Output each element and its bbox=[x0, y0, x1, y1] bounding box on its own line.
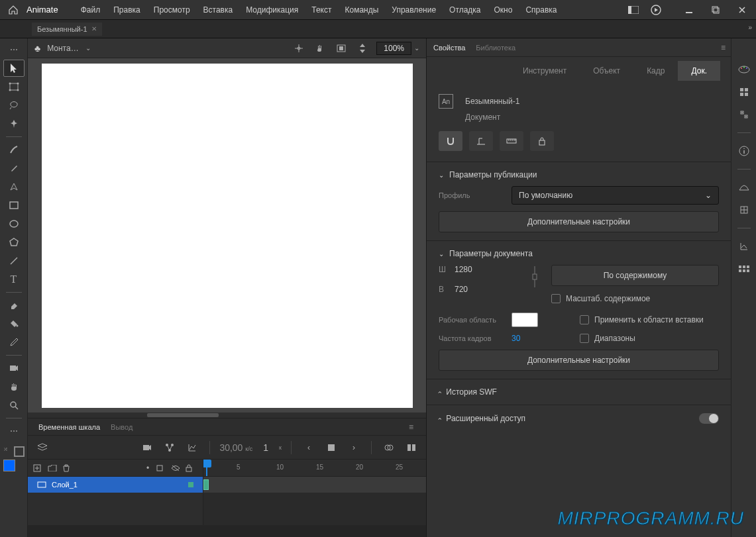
playhead[interactable] bbox=[205, 460, 209, 477]
stroke-color-chip[interactable] bbox=[14, 446, 25, 457]
ruler-toggle-button[interactable] bbox=[500, 131, 523, 151]
scale-content-checkbox[interactable]: Масштаб. содержимое bbox=[551, 294, 719, 303]
menu-control[interactable]: Управление bbox=[385, 0, 443, 20]
swap-colors-icon[interactable]: ⤭ bbox=[3, 446, 8, 452]
rotate-view-icon[interactable] bbox=[313, 41, 327, 56]
section-doc-header[interactable]: ⌄ Параметры документа bbox=[439, 249, 719, 258]
menu-text[interactable]: Текст bbox=[305, 0, 338, 20]
hand-tool[interactable] bbox=[3, 378, 25, 395]
new-folder-icon[interactable] bbox=[48, 465, 60, 471]
timeline-menu-icon[interactable]: ≡ bbox=[409, 422, 421, 432]
ellipse-tool[interactable] bbox=[3, 215, 25, 232]
zoom-stepper-icon[interactable] bbox=[355, 41, 370, 56]
scene-dropdown-chevron[interactable]: ⌄ bbox=[85, 44, 91, 52]
layer-row[interactable]: Слой_1 bbox=[28, 477, 203, 493]
text-tool[interactable]: T bbox=[3, 271, 25, 288]
timeline-fps[interactable]: 30,00 к/с bbox=[219, 442, 252, 453]
section-ext-header[interactable]: › Расширенный доступ bbox=[439, 413, 719, 424]
tab-properties[interactable]: Свойства bbox=[433, 44, 465, 52]
scene-dropdown-label[interactable]: Монта… bbox=[47, 44, 78, 53]
menu-edit[interactable]: Правка bbox=[107, 0, 147, 20]
edit-scene-button[interactable] bbox=[469, 131, 493, 151]
timeline-current-frame[interactable]: 1 bbox=[259, 442, 272, 453]
zoom-dropdown-chevron[interactable]: ⌄ bbox=[414, 44, 419, 52]
workspace-switcher-icon[interactable] bbox=[625, 1, 642, 19]
framerate-value[interactable]: 30 bbox=[512, 334, 520, 343]
brush-tool[interactable] bbox=[3, 141, 25, 158]
lock-toggle-button[interactable] bbox=[530, 131, 554, 151]
transform-panel-icon[interactable] bbox=[737, 203, 751, 217]
section-swf-header[interactable]: › История SWF bbox=[439, 387, 719, 397]
subtab-object[interactable]: Объект bbox=[580, 61, 633, 81]
home-button[interactable] bbox=[5, 2, 21, 18]
tool-options-icon[interactable]: ⋯ bbox=[3, 422, 25, 440]
align-panel-icon[interactable] bbox=[737, 107, 751, 122]
document-tab[interactable]: Безымянный-1 ✕ bbox=[32, 23, 102, 36]
onion-skin-icon[interactable] bbox=[381, 440, 397, 456]
section-publish-header[interactable]: ⌄ Параметры публикации bbox=[439, 170, 719, 179]
lasso-tool[interactable] bbox=[3, 97, 25, 114]
center-stage-icon[interactable] bbox=[292, 41, 306, 56]
window-close[interactable] bbox=[733, 1, 751, 19]
menu-view[interactable]: Просмотр bbox=[147, 0, 197, 20]
eyedropper-tool[interactable] bbox=[3, 334, 25, 351]
menu-window[interactable]: Окно bbox=[488, 0, 519, 20]
extended-access-toggle[interactable] bbox=[699, 413, 719, 424]
history-panel-icon[interactable] bbox=[737, 239, 751, 254]
timeline-frames-row[interactable] bbox=[203, 477, 426, 493]
layer-visibility-icon[interactable] bbox=[171, 465, 183, 471]
profile-dropdown[interactable]: По умолчанию ⌄ bbox=[512, 186, 719, 205]
tab-timeline[interactable]: Временная шкала bbox=[33, 423, 105, 431]
camera-layer-icon[interactable] bbox=[139, 440, 155, 456]
menu-file[interactable]: Файл bbox=[74, 0, 107, 20]
menu-debug[interactable]: Отладка bbox=[443, 0, 487, 20]
selection-tool[interactable] bbox=[3, 60, 25, 77]
stage-color-swatch[interactable] bbox=[512, 313, 538, 327]
tab-library[interactable]: Библиотека bbox=[476, 44, 515, 52]
timeline-ruler[interactable]: 5 10 15 20 25 bbox=[203, 460, 426, 477]
next-frame-icon[interactable]: › bbox=[346, 440, 362, 456]
new-layer-icon[interactable] bbox=[33, 464, 45, 472]
link-dimensions-icon[interactable] bbox=[529, 265, 541, 289]
window-maximize[interactable] bbox=[707, 1, 724, 19]
close-tab-icon[interactable]: ✕ bbox=[91, 25, 97, 32]
tab-output[interactable]: Вывод bbox=[105, 423, 138, 431]
menu-modify[interactable]: Модификация bbox=[239, 0, 305, 20]
layer-outline-icon[interactable] bbox=[156, 465, 168, 471]
free-transform-tool[interactable] bbox=[3, 78, 25, 95]
menu-commands[interactable]: Команды bbox=[339, 0, 386, 20]
tab-expand-icon[interactable]: » bbox=[748, 24, 752, 31]
subtab-document[interactable]: Док. bbox=[678, 61, 720, 81]
prev-frame-icon[interactable]: ‹ bbox=[301, 440, 317, 456]
play-button[interactable] bbox=[647, 1, 665, 19]
stop-icon[interactable] bbox=[323, 440, 339, 456]
frame-span-icon[interactable] bbox=[404, 440, 419, 456]
timeline-track[interactable]: 5 10 15 20 25 bbox=[203, 460, 426, 525]
zoom-value[interactable]: 100% bbox=[376, 42, 411, 55]
menu-insert[interactable]: Вставка bbox=[197, 0, 240, 20]
height-value[interactable]: 720 bbox=[455, 285, 468, 294]
delete-layer-icon[interactable] bbox=[62, 464, 74, 472]
ranges-checkbox[interactable]: Диапазоны bbox=[580, 334, 719, 343]
zoom-tool[interactable] bbox=[3, 397, 25, 414]
pen-tool[interactable] bbox=[3, 178, 25, 195]
canvas-horizontal-scrollbar[interactable] bbox=[28, 413, 426, 418]
scene-icon[interactable]: ♣ bbox=[34, 43, 40, 54]
fit-content-button[interactable]: По содержимому bbox=[551, 265, 719, 286]
paint-brush-tool[interactable] bbox=[3, 160, 25, 177]
canvas-area[interactable] bbox=[28, 58, 426, 413]
stage[interactable] bbox=[42, 64, 413, 408]
camera-tool[interactable] bbox=[3, 360, 25, 377]
panel-menu-icon[interactable]: ≡ bbox=[721, 43, 726, 52]
layers-toggle-icon[interactable] bbox=[34, 440, 50, 456]
tool-drag-dots[interactable]: ⋯ bbox=[3, 41, 25, 58]
pushpin-tool[interactable] bbox=[3, 115, 25, 132]
graph-icon[interactable] bbox=[184, 440, 200, 456]
swatches-panel-icon[interactable] bbox=[737, 85, 751, 99]
polygon-tool[interactable] bbox=[3, 234, 25, 251]
subtab-frame[interactable]: Кадр bbox=[633, 61, 678, 81]
paint-bucket-tool[interactable] bbox=[3, 315, 25, 332]
menu-help[interactable]: Справка bbox=[519, 0, 563, 20]
line-tool[interactable] bbox=[3, 252, 25, 269]
clip-stage-icon[interactable] bbox=[334, 41, 349, 56]
